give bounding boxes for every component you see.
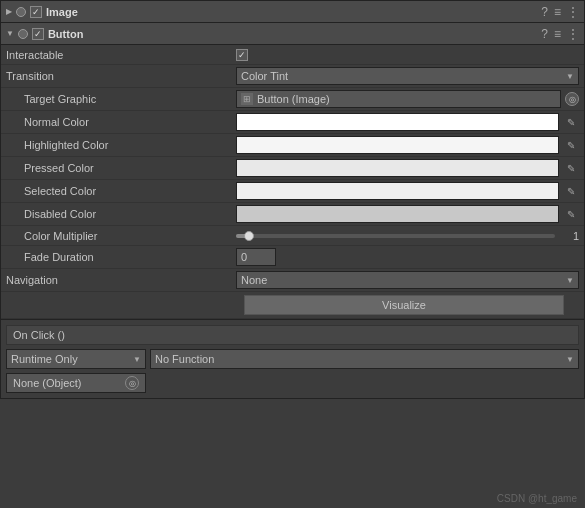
highlighted-color-value: ✎ (236, 136, 579, 154)
function-dropdown-label: No Function (155, 353, 214, 365)
highlighted-color-field[interactable] (236, 136, 559, 154)
button-settings-icon[interactable]: ≡ (554, 27, 561, 41)
disabled-color-picker-icon[interactable]: ✎ (563, 206, 579, 222)
disabled-color-row: Disabled Color ✎ (1, 203, 584, 226)
image-section-title: Image (46, 6, 78, 18)
pressed-color-label: Pressed Color (6, 162, 236, 174)
button-enabled-checkbox[interactable]: ✓ (32, 28, 44, 40)
transition-row: Transition Color Tint ▼ (1, 65, 584, 88)
image-section-header: ▶ ✓ Image ? ≡ ⋮ (1, 1, 584, 23)
pressed-color-field[interactable] (236, 159, 559, 177)
color-multiplier-value-container: 1 (236, 230, 579, 242)
runtime-dropdown[interactable]: Runtime Only ▼ (6, 349, 146, 369)
fade-duration-input[interactable]: 0 (236, 248, 276, 266)
selected-color-field[interactable] (236, 182, 559, 200)
runtime-dropdown-arrow: ▼ (133, 355, 141, 364)
runtime-dropdown-label: Runtime Only (11, 353, 78, 365)
color-multiplier-row: Color Multiplier 1 (1, 226, 584, 246)
function-dropdown[interactable]: No Function ▼ (150, 349, 579, 369)
image-collapse-arrow[interactable]: ▶ (6, 7, 12, 16)
navigation-label: Navigation (6, 274, 236, 286)
function-dropdown-arrow: ▼ (566, 355, 574, 364)
normal-color-label: Normal Color (6, 116, 236, 128)
disabled-color-label: Disabled Color (6, 208, 236, 220)
navigation-row: Navigation None ▼ (1, 269, 584, 292)
color-multiplier-slider-thumb[interactable] (244, 231, 254, 241)
target-graphic-row: Target Graphic ⊞ Button (Image) ◎ (1, 88, 584, 111)
image-more-icon[interactable]: ⋮ (567, 5, 579, 19)
fade-duration-value: 0 (236, 248, 579, 266)
fade-duration-row: Fade Duration 0 (1, 246, 584, 269)
transition-dropdown-arrow: ▼ (566, 72, 574, 81)
highlighted-color-row: Highlighted Color ✎ (1, 134, 584, 157)
selected-color-label: Selected Color (6, 185, 236, 197)
target-graphic-select-btn[interactable]: ◎ (565, 92, 579, 106)
image-header-icons: ? ≡ ⋮ (541, 5, 579, 19)
footer-text: CSDN @ht_game (497, 493, 577, 504)
normal-color-value: ✎ (236, 113, 579, 131)
image-settings-icon[interactable]: ≡ (554, 5, 561, 19)
image-enabled-checkbox[interactable]: ✓ (30, 6, 42, 18)
normal-color-row: Normal Color ✎ (1, 111, 584, 134)
transition-dropdown-label: Color Tint (241, 70, 288, 82)
target-graphic-field[interactable]: ⊞ Button (Image) (236, 90, 561, 108)
highlighted-color-label: Highlighted Color (6, 139, 236, 151)
visualize-row: Visualize (1, 292, 584, 319)
fade-duration-label: Fade Duration (6, 251, 236, 263)
onclick-header: On Click () (6, 325, 579, 345)
main-panel: ▶ ✓ Image ? ≡ ⋮ ▼ ✓ Button ? ≡ ⋮ Interac… (0, 0, 585, 399)
interactable-row: Interactable ✓ (1, 45, 584, 65)
navigation-dropdown[interactable]: None ▼ (236, 271, 579, 289)
navigation-value: None ▼ (236, 271, 579, 289)
selected-color-picker-icon[interactable]: ✎ (563, 183, 579, 199)
interactable-checkbox[interactable]: ✓ (236, 49, 248, 61)
pressed-color-row: Pressed Color ✎ (1, 157, 584, 180)
button-collapse-arrow[interactable]: ▼ (6, 29, 14, 38)
button-help-icon[interactable]: ? (541, 27, 548, 41)
button-dot-icon (18, 29, 28, 39)
navigation-dropdown-label: None (241, 274, 267, 286)
button-header-icons: ? ≡ ⋮ (541, 27, 579, 41)
onclick-controls-row: Runtime Only ▼ No Function ▼ (6, 349, 579, 369)
selected-color-row: Selected Color ✎ (1, 180, 584, 203)
image-dot-icon (16, 7, 26, 17)
highlighted-color-picker-icon[interactable]: ✎ (563, 137, 579, 153)
disabled-color-value: ✎ (236, 205, 579, 223)
footer: CSDN @ht_game (497, 493, 577, 504)
normal-color-field[interactable] (236, 113, 559, 131)
pressed-color-value: ✎ (236, 159, 579, 177)
button-section-title: Button (48, 28, 83, 40)
onclick-section: On Click () Runtime Only ▼ No Function ▼… (1, 319, 584, 398)
interactable-label: Interactable (6, 49, 236, 61)
image-help-icon[interactable]: ? (541, 5, 548, 19)
interactable-value: ✓ (236, 49, 579, 61)
target-graphic-text: Button (Image) (257, 93, 330, 105)
none-object-field[interactable]: None (Object) ◎ (6, 373, 146, 393)
target-graphic-label: Target Graphic (6, 93, 236, 105)
target-graphic-value: ⊞ Button (Image) ◎ (236, 90, 579, 108)
none-object-row: None (Object) ◎ (6, 373, 579, 393)
transition-dropdown[interactable]: Color Tint ▼ (236, 67, 579, 85)
visualize-button[interactable]: Visualize (244, 295, 564, 315)
navigation-dropdown-arrow: ▼ (566, 276, 574, 285)
target-graphic-object-icon: ⊞ (241, 93, 253, 105)
color-multiplier-slider-container (236, 234, 555, 238)
none-object-select-btn[interactable]: ◎ (125, 376, 139, 390)
color-multiplier-number: 1 (559, 230, 579, 242)
selected-color-value: ✎ (236, 182, 579, 200)
color-multiplier-label: Color Multiplier (6, 230, 236, 242)
button-section-header: ▼ ✓ Button ? ≡ ⋮ (1, 23, 584, 45)
transition-label: Transition (6, 70, 236, 82)
pressed-color-picker-icon[interactable]: ✎ (563, 160, 579, 176)
disabled-color-field[interactable] (236, 205, 559, 223)
normal-color-picker-icon[interactable]: ✎ (563, 114, 579, 130)
button-more-icon[interactable]: ⋮ (567, 27, 579, 41)
none-object-text: None (Object) (13, 377, 81, 389)
transition-value: Color Tint ▼ (236, 67, 579, 85)
color-multiplier-slider[interactable] (236, 234, 555, 238)
